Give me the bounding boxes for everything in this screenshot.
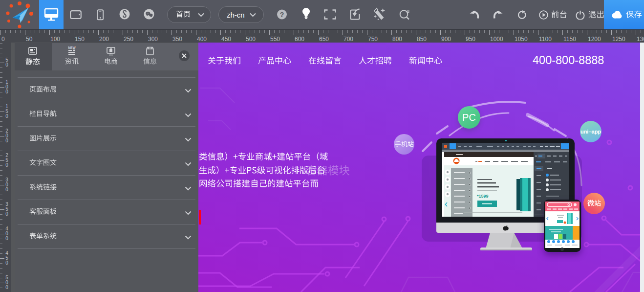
svg-text:?: ?: [280, 11, 284, 19]
svg-text:NEW: NEW: [68, 46, 76, 49]
svg-text:*1599: *1599: [477, 194, 489, 199]
